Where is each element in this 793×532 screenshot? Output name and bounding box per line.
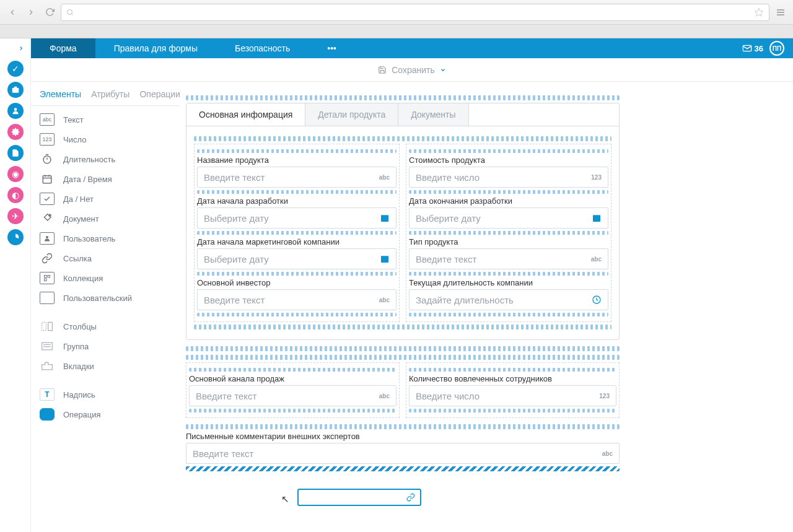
form-field[interactable]: Дата начала разработкиВыберите дату xyxy=(197,196,396,229)
field-label: Основной инвестор xyxy=(197,278,396,287)
form-tab-docs[interactable]: Документы xyxy=(398,103,468,126)
element-col[interactable]: Коллекция xyxy=(31,268,180,288)
avatar[interactable]: ПП xyxy=(769,41,784,56)
panel-tab-elements[interactable]: Элементы xyxy=(40,89,81,99)
form-field[interactable]: Тип продуктаВведите текстabc xyxy=(409,237,608,269)
nav-back[interactable] xyxy=(5,5,20,20)
dropzone[interactable] xyxy=(409,313,608,316)
element-lnk[interactable]: Ссылка xyxy=(31,248,180,268)
field-input[interactable]: Введите число123 xyxy=(409,167,608,188)
field-employees[interactable]: Количество вовлеченных сотрудников Введи… xyxy=(409,374,616,406)
element-T[interactable]: TНадпись xyxy=(31,385,180,404)
dropzone[interactable] xyxy=(189,368,396,372)
element-cols[interactable]: Столбцы xyxy=(31,316,180,336)
form-tab-details[interactable]: Детали продукта xyxy=(305,103,398,126)
url-bar[interactable] xyxy=(61,4,769,21)
dropzone[interactable] xyxy=(197,272,396,276)
field-label: Стоимость продукта xyxy=(409,155,608,165)
form-field[interactable]: Дата начала маркетинговой компанииВыбери… xyxy=(197,237,396,269)
dropzone[interactable] xyxy=(409,231,608,235)
tab-security[interactable]: Безопасность xyxy=(216,38,309,58)
element-123[interactable]: 123Число xyxy=(31,129,180,149)
rail-item-radar-icon[interactable]: ◉ xyxy=(7,166,24,182)
dropzone[interactable] xyxy=(409,368,616,372)
form-field[interactable]: Основной инвесторВведите текстabc xyxy=(197,278,396,310)
field-input[interactable]: Введите число 123 xyxy=(409,385,616,406)
dropzone[interactable] xyxy=(197,231,396,235)
field-input[interactable]: Выберите дату xyxy=(197,207,396,229)
rail-item-piechart-icon[interactable] xyxy=(7,229,24,245)
dropzone[interactable] xyxy=(186,424,620,429)
form-field[interactable]: Текущая длительность компанииЗадайте дли… xyxy=(409,278,608,310)
tab-rules[interactable]: Правила для формы xyxy=(95,38,216,58)
rail-item-check-icon[interactable]: ✓ xyxy=(7,61,24,77)
element-abc[interactable]: abcТекст xyxy=(31,110,180,129)
field-input[interactable]: Введите текстabc xyxy=(197,289,396,310)
form-field[interactable]: Название продуктаВведите текстabc xyxy=(197,155,396,188)
browser-chrome xyxy=(0,0,793,25)
panel-tab-attributes[interactable]: Атрибуты xyxy=(91,89,129,99)
bookmark-icon[interactable] xyxy=(754,7,764,17)
dragged-link-element[interactable]: ↖ xyxy=(297,489,421,506)
field-input[interactable]: Введите текст abc xyxy=(189,385,396,406)
svg-rect-24 xyxy=(48,322,53,330)
dropzone[interactable] xyxy=(186,355,620,360)
column-right[interactable]: Количество вовлеченных сотрудников Введи… xyxy=(406,362,620,418)
dropzone[interactable] xyxy=(197,313,396,316)
dropzone[interactable] xyxy=(186,95,620,100)
mail-badge[interactable]: 36 xyxy=(742,43,763,53)
element-doc[interactable]: Документ xyxy=(31,209,180,229)
element-dur[interactable]: Длительность xyxy=(31,149,180,169)
field-input[interactable]: Выберите дату xyxy=(197,248,396,269)
element-label: Вкладки xyxy=(63,362,94,371)
form-field[interactable]: Стоимость продуктаВведите число123 xyxy=(409,155,608,188)
field-input[interactable]: Введите текстabc xyxy=(197,167,396,188)
tab-form[interactable]: Форма xyxy=(31,38,95,58)
field-input[interactable]: Введите текстabc xyxy=(409,248,608,269)
field-comments[interactable]: Письменные комментарии внешних экспертов… xyxy=(186,432,620,464)
dropzone[interactable] xyxy=(409,149,608,153)
rail-item-briefcase-icon[interactable] xyxy=(7,82,24,98)
dropzone[interactable] xyxy=(409,190,608,194)
rail-item-gauge-icon[interactable]: ◐ xyxy=(7,187,24,203)
element-chk[interactable]: Да / Нет xyxy=(31,189,180,209)
form-field[interactable]: Дата окончания разработкиВыберите дату xyxy=(409,196,608,229)
element-usr[interactable]: Пользователь xyxy=(31,229,180,248)
rail-item-user-icon[interactable] xyxy=(7,103,24,119)
element-cst[interactable]: Пользовательский xyxy=(31,288,180,308)
panel-tab-operations[interactable]: Операции xyxy=(139,89,180,99)
dropzone[interactable] xyxy=(194,136,611,141)
field-input[interactable]: Введите текст abc xyxy=(186,443,620,464)
dropzone[interactable] xyxy=(186,346,620,351)
element-tabs[interactable]: Вкладки xyxy=(31,356,180,376)
element-label: Длительность xyxy=(63,155,115,164)
column-left[interactable]: Основной канала продаж Введите текст abc xyxy=(186,362,400,418)
save-button[interactable]: Сохранить xyxy=(392,65,435,75)
hamburger-icon[interactable] xyxy=(773,5,788,20)
rail-item-airplane-icon[interactable]: ✈ xyxy=(7,208,24,224)
column-right[interactable]: Стоимость продуктаВведите число123Дата о… xyxy=(406,144,611,322)
form-tab-main[interactable]: Основная инфомрация xyxy=(186,103,305,126)
dropzone-active[interactable] xyxy=(186,466,620,471)
left-rail: ✓ ◉ ◐ ✈ xyxy=(0,38,31,532)
chevron-down-icon[interactable] xyxy=(440,67,446,73)
dropzone[interactable] xyxy=(197,149,396,153)
element-cal[interactable]: Дата / Время xyxy=(31,169,180,189)
element-grp[interactable]: Группа xyxy=(31,336,180,356)
rail-item-gear-icon[interactable] xyxy=(7,124,24,140)
dropzone[interactable] xyxy=(409,272,608,276)
rail-toggle[interactable] xyxy=(0,38,30,58)
field-input[interactable]: Выберите дату xyxy=(409,207,608,229)
column-left[interactable]: Название продуктаВведите текстabcДата на… xyxy=(194,144,400,322)
field-input[interactable]: Задайте длительность xyxy=(409,289,608,310)
tab-more[interactable]: ••• xyxy=(309,38,355,58)
nav-forward[interactable] xyxy=(24,5,38,20)
dropzone[interactable] xyxy=(197,190,396,194)
dropzone[interactable] xyxy=(194,325,611,329)
element-op[interactable]: Операция xyxy=(31,404,180,424)
rail-item-doc-icon[interactable] xyxy=(7,145,24,161)
dropzone[interactable] xyxy=(189,409,396,412)
dropzone[interactable] xyxy=(409,409,616,412)
nav-reload[interactable] xyxy=(42,5,57,20)
field-sales-channel[interactable]: Основной канала продаж Введите текст abc xyxy=(189,374,396,406)
